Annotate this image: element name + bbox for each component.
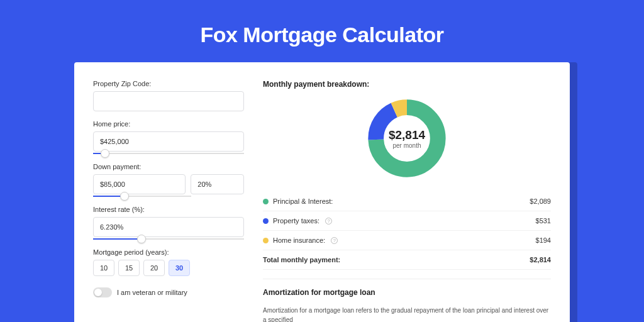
breakdown-column: Monthly payment breakdown: $2,814 per mo… xyxy=(263,80,551,322)
down-payment-input[interactable] xyxy=(93,174,186,194)
donut-chart: $2,814 per month xyxy=(366,97,448,179)
home-price-label: Home price: xyxy=(93,120,244,128)
breakdown-value: $531 xyxy=(536,217,551,225)
dot-icon xyxy=(263,218,269,224)
interest-field-group: Interest rate (%): xyxy=(93,206,244,240)
veteran-label: I am veteran or military xyxy=(117,289,187,296)
breakdown-total-label: Total monthly payment: xyxy=(263,256,340,264)
breakdown-row-insurance: Home insurance: ? $194 xyxy=(263,231,551,250)
slider-thumb-icon[interactable] xyxy=(120,192,129,201)
period-label: Mortgage period (years): xyxy=(93,248,244,256)
period-options: 10 15 20 30 xyxy=(93,260,244,276)
veteran-toggle[interactable] xyxy=(93,287,112,297)
interest-input[interactable] xyxy=(93,217,244,237)
info-icon[interactable]: ? xyxy=(331,237,338,244)
breakdown-value: $194 xyxy=(536,236,551,244)
donut-chart-wrap: $2,814 per month xyxy=(263,97,551,179)
breakdown-row-principal: Principal & Interest: $2,089 xyxy=(263,192,551,211)
down-payment-field-group: Down payment: xyxy=(93,163,244,197)
amortization-text: Amortization for a mortgage loan refers … xyxy=(263,306,551,322)
dot-icon xyxy=(263,238,269,243)
info-icon[interactable]: ? xyxy=(325,218,332,225)
period-option-10[interactable]: 10 xyxy=(93,260,114,276)
down-payment-pct-input[interactable] xyxy=(191,174,244,194)
interest-slider[interactable] xyxy=(93,238,244,240)
veteran-toggle-row: I am veteran or military xyxy=(93,287,244,297)
down-payment-slider[interactable] xyxy=(93,196,191,197)
home-price-field-group: Home price: xyxy=(93,120,244,154)
slider-thumb-icon[interactable] xyxy=(101,149,109,158)
period-option-30[interactable]: 30 xyxy=(169,260,190,276)
breakdown-row-total: Total monthly payment: $2,814 xyxy=(263,250,551,270)
calculator-card: Property Zip Code: Home price: Down paym… xyxy=(74,62,570,322)
donut-center-sub: per month xyxy=(389,142,425,149)
page-title: Fox Mortgage Calculator xyxy=(0,0,644,62)
period-option-15[interactable]: 15 xyxy=(118,260,140,276)
form-column: Property Zip Code: Home price: Down paym… xyxy=(93,80,244,322)
breakdown-label: Principal & Interest: xyxy=(273,197,333,205)
period-field-group: Mortgage period (years): 10 15 20 30 xyxy=(93,248,244,276)
zip-label: Property Zip Code: xyxy=(93,80,244,87)
breakdown-total-value: $2,814 xyxy=(530,256,551,264)
home-price-slider[interactable] xyxy=(93,153,244,154)
breakdown-value: $2,089 xyxy=(530,197,551,205)
period-option-20[interactable]: 20 xyxy=(143,260,165,276)
breakdown-row-taxes: Property taxes: ? $531 xyxy=(263,211,551,231)
donut-center-amount: $2,814 xyxy=(389,128,425,142)
amortization-title: Amortization for mortgage loan xyxy=(263,288,551,297)
amortization-section: Amortization for mortgage loan Amortizat… xyxy=(263,279,551,322)
breakdown-title: Monthly payment breakdown: xyxy=(263,80,551,89)
zip-field-group: Property Zip Code: xyxy=(93,80,244,111)
dot-icon xyxy=(263,199,269,204)
down-payment-label: Down payment: xyxy=(93,163,244,170)
home-price-input[interactable] xyxy=(93,131,244,152)
breakdown-label: Home insurance: xyxy=(273,236,325,244)
interest-label: Interest rate (%): xyxy=(93,206,244,213)
breakdown-label: Property taxes: xyxy=(273,217,319,225)
zip-input[interactable] xyxy=(93,91,244,111)
slider-thumb-icon[interactable] xyxy=(137,235,146,243)
